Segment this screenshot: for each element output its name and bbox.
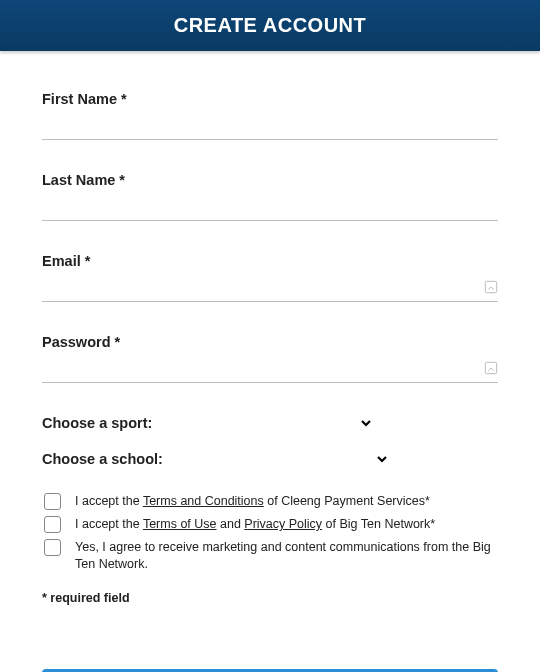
terms-prefix: I accept the [75, 494, 143, 508]
tou-checkbox[interactable] [44, 516, 61, 533]
last-name-input[interactable] [42, 194, 498, 221]
autofill-icon [484, 361, 498, 375]
tou-suffix: of Big Ten Network* [322, 517, 435, 531]
chevron-down-icon [163, 453, 388, 465]
first-name-input[interactable] [42, 113, 498, 140]
choose-school-dropdown[interactable]: Choose a school: [42, 451, 498, 467]
marketing-checkbox[interactable] [44, 539, 61, 556]
required-note: * required field [42, 591, 498, 605]
last-name-field-wrap: Last Name * [42, 172, 498, 221]
tou-mid: and [217, 517, 245, 531]
terms-checkbox[interactable] [44, 493, 61, 510]
form-content: First Name * Last Name * Email * Passwor… [0, 51, 540, 625]
password-field-wrap: Password * [42, 334, 498, 383]
terms-consent-row: I accept the Terms and Conditions of Cle… [42, 493, 498, 510]
choose-sport-dropdown[interactable]: Choose a sport: [42, 415, 498, 431]
tou-prefix: I accept the [75, 517, 143, 531]
email-field-wrap: Email * [42, 253, 498, 302]
terms-of-use-link[interactable]: Terms of Use [143, 517, 217, 531]
page-header: CREATE ACCOUNT [0, 0, 540, 51]
first-name-label: First Name * [42, 91, 498, 107]
email-input[interactable] [42, 275, 498, 302]
terms-suffix: of Cleeng Payment Services* [264, 494, 430, 508]
tou-consent-row: I accept the Terms of Use and Privacy Po… [42, 516, 498, 533]
email-label: Email * [42, 253, 498, 269]
marketing-text: Yes, I agree to receive marketing and co… [75, 539, 498, 573]
last-name-label: Last Name * [42, 172, 498, 188]
choose-school-label: Choose a school: [42, 451, 163, 467]
password-input[interactable] [42, 356, 498, 383]
terms-and-conditions-link[interactable]: Terms and Conditions [143, 494, 264, 508]
marketing-consent-row: Yes, I agree to receive marketing and co… [42, 539, 498, 573]
choose-sport-label: Choose a sport: [42, 415, 152, 431]
tou-text: I accept the Terms of Use and Privacy Po… [75, 516, 435, 533]
page-title: CREATE ACCOUNT [174, 14, 367, 36]
privacy-policy-link[interactable]: Privacy Policy [244, 517, 322, 531]
password-label: Password * [42, 334, 498, 350]
terms-text: I accept the Terms and Conditions of Cle… [75, 493, 430, 510]
consents-group: I accept the Terms and Conditions of Cle… [42, 493, 498, 573]
autofill-icon [484, 280, 498, 294]
first-name-field-wrap: First Name * [42, 91, 498, 140]
chevron-down-icon [152, 417, 372, 429]
